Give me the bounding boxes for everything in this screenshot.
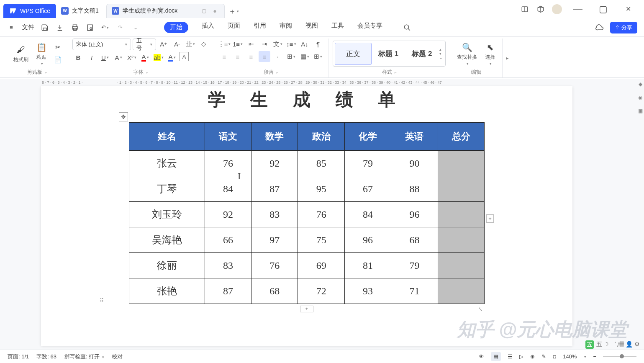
number-list-button[interactable]: 1≡▾ [232,39,244,49]
distribute-button[interactable]: ⫠ [272,51,284,62]
table-cell[interactable] [438,278,484,304]
tabs-button[interactable]: ⊞▾ [285,51,297,62]
table-cell[interactable]: 87 [205,278,251,304]
table-cell[interactable]: 67 [344,176,391,202]
panel-icon[interactable] [520,5,529,14]
table-cell[interactable] [438,176,484,202]
align-center-button[interactable]: ≡ [232,51,244,62]
increase-indent-button[interactable]: ⇥ [259,39,270,49]
table-header[interactable]: 语文 [205,123,251,151]
view-print-icon[interactable]: ▤ [491,352,501,361]
menu-tools[interactable]: 工具 [331,22,344,33]
export-icon[interactable] [55,23,64,32]
table-cell[interactable]: 68 [391,227,438,253]
table-row[interactable]: 徐丽8376698179 [129,253,485,278]
maximize-button[interactable]: ▢ [594,4,612,15]
close-button[interactable]: ✕ [619,5,637,13]
strikethrough-button[interactable]: A▾ [113,52,124,63]
table-cell[interactable]: 96 [391,202,438,227]
grades-table[interactable]: 姓名语文数学政治化学英语总分 张云7692857990丁琴8487956788刘… [129,122,485,304]
share-button[interactable]: ⇧ 分享 [610,22,637,33]
show-marks-button[interactable]: ¶ [312,39,324,49]
decrease-indent-button[interactable]: ⇤ [245,39,257,49]
table-header[interactable]: 姓名 [129,123,205,151]
table-cell[interactable]: 76 [205,151,251,176]
file-menu[interactable]: 文件 [22,23,34,31]
text-direction-button[interactable]: 文▾ [272,39,284,49]
find-replace-button[interactable]: 🔍查找替换▾ [454,40,480,67]
highlight-button[interactable]: ab▾ [153,52,164,63]
table-cell[interactable]: 83 [205,253,251,278]
minimize-button[interactable]: — [569,4,587,15]
font-name-select[interactable]: 宋体 (正文)▾ [72,39,131,50]
table-cell[interactable] [438,253,484,278]
document-tab-2[interactable]: W 学生成绩单列宽.docx ▢ ● [106,4,225,18]
table-cell[interactable]: 92 [205,202,251,227]
phonetic-button[interactable]: 㐀▾ [185,39,196,49]
table-cell[interactable]: 丁琴 [129,176,205,202]
status-proof[interactable]: 校对 [112,353,123,360]
table-cell[interactable]: 刘玉玲 [129,202,205,227]
table-cell[interactable]: 87 [251,176,298,202]
document-tab-1[interactable]: W 文字文稿1 [56,4,106,18]
menu-member[interactable]: 会员专享 [357,22,382,33]
font-color-button[interactable]: A▾ [139,52,151,63]
font-size-select[interactable]: 五号▾ [133,39,156,50]
table-resize-handle[interactable]: ⤡ [478,306,485,312]
style-h2[interactable]: 标题 2 [405,49,439,59]
bullet-list-button[interactable]: ⋮≡▾ [218,39,230,49]
table-cell[interactable]: 吴海艳 [129,227,205,253]
para-shading-button[interactable]: ▦▾ [299,51,310,62]
table-cell[interactable]: 72 [298,278,344,304]
tab-window-icon[interactable]: ▢ [202,8,206,14]
table-cell[interactable]: 85 [298,151,344,176]
table-cell[interactable]: 66 [205,227,251,253]
add-row-button[interactable]: + [300,306,313,312]
italic-button[interactable]: I [86,52,97,63]
table-cell[interactable] [438,227,484,253]
table-cell[interactable] [438,202,484,227]
align-left-button[interactable]: ≡ [218,51,230,62]
table-row[interactable]: 吴海艳6697759668 [129,227,485,253]
table-cell[interactable]: 68 [251,278,298,304]
table-cell[interactable]: 84 [344,202,391,227]
table-cell[interactable]: 93 [344,278,391,304]
menu-view[interactable]: 视图 [305,22,318,33]
add-tab-button[interactable]: ＋▾ [228,5,240,17]
align-justify-button[interactable]: ≡ [259,51,270,62]
menu-insert[interactable]: 插入 [202,22,214,33]
save-icon[interactable] [40,23,49,32]
select-button[interactable]: ⬉选择▾ [482,40,498,67]
zoom-out-button[interactable]: − [593,353,596,360]
print-icon[interactable] [70,23,80,32]
table-cell[interactable]: 徐丽 [129,253,205,278]
search-icon[interactable] [403,23,412,32]
paragraph-handle-icon[interactable]: ⠿ [100,297,104,304]
table-row[interactable]: 刘玉玲9283768496 [129,202,485,227]
table-cell[interactable]: 76 [298,202,344,227]
more-icon[interactable]: ⌄ [131,23,140,32]
view-read-icon[interactable]: ▷ [519,353,523,360]
table-cell[interactable]: 92 [251,151,298,176]
table-cell[interactable]: 79 [391,253,438,278]
preview-icon[interactable] [85,23,95,32]
view-focus-icon[interactable]: ◘ [553,353,556,360]
table-cell[interactable]: 79 [344,151,391,176]
table-cell[interactable]: 69 [298,253,344,278]
char-border-button[interactable]: A [180,52,189,61]
menu-review[interactable]: 审阅 [280,22,292,33]
line-spacing-button[interactable]: ↕≡▾ [285,39,297,49]
table-cell[interactable]: 88 [391,176,438,202]
menu-start[interactable]: 开始 [164,22,188,33]
style-normal[interactable]: 正文 [335,43,372,65]
copy-button[interactable]: 📄 [52,54,64,65]
avatar-icon[interactable] [552,4,562,14]
clear-format-button[interactable]: ◇ [198,39,210,49]
table-cell[interactable]: 张艳 [129,278,205,304]
menu-icon[interactable]: ≡ [7,23,16,32]
menu-page[interactable]: 页面 [228,22,240,33]
menu-reference[interactable]: 引用 [254,22,266,33]
table-cell[interactable]: 84 [205,176,251,202]
cut-button[interactable]: ✂ [52,42,64,53]
status-words[interactable]: 字数: 63 [36,353,56,360]
